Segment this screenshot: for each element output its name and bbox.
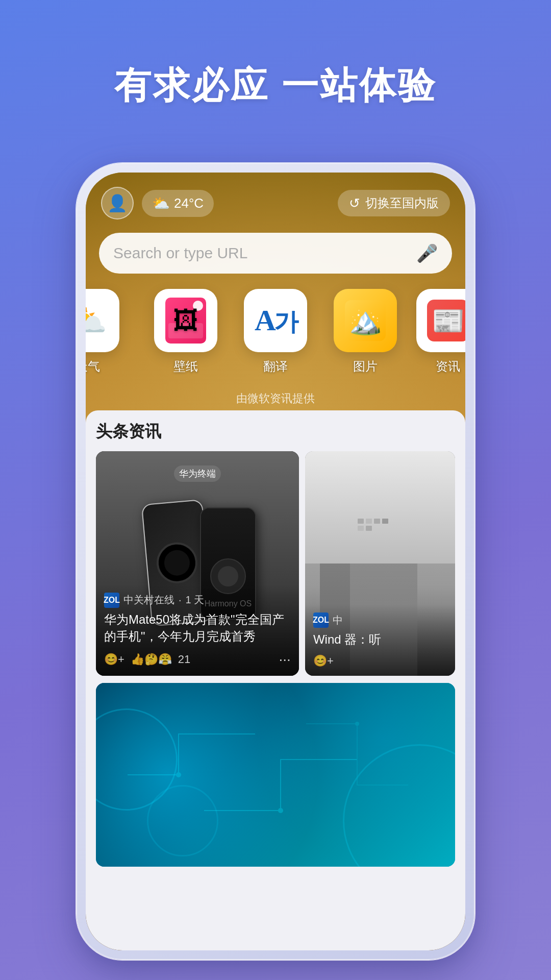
react-add-icon[interactable]: 😊+ bbox=[104, 653, 124, 666]
app-item-image[interactable]: 🏔️ 图片 bbox=[328, 289, 403, 375]
reaction-count: 21 bbox=[178, 653, 190, 666]
news-card-2-actions: 😊+ bbox=[313, 654, 447, 668]
translate-app-label: 翻译 bbox=[263, 358, 288, 375]
weather-app-icon: ⛅ bbox=[86, 289, 119, 352]
phone-wrapper: 👤 ⛅ 24°C ↺ 切换至国内版 Search or type URL bbox=[77, 163, 474, 960]
source-logo-2: ZOL bbox=[313, 612, 329, 628]
news-app-label: 资讯 bbox=[436, 358, 460, 375]
weather-app-label: 天气 bbox=[86, 358, 100, 375]
svg-point-2 bbox=[355, 722, 359, 726]
app-item-weather[interactable]: ⛅ 天气 bbox=[86, 289, 126, 375]
weather-pill[interactable]: ⛅ 24°C bbox=[142, 190, 214, 217]
news-card-1-actions: 😊+ 👍🤔😤 21 ··· bbox=[104, 651, 291, 668]
news-card-1-overlay: ZOL 中关村在线 · 1 天 华为Mate50将成为首款"完全国产的手机"，今… bbox=[96, 584, 299, 676]
search-bar[interactable]: Search or type URL 🎤 bbox=[99, 233, 452, 274]
news-header: 头条资讯 bbox=[96, 421, 455, 443]
weather-temp: 24°C bbox=[174, 195, 204, 211]
svg-point-0 bbox=[176, 772, 181, 777]
news-card-2-title: Wind 器：听 bbox=[313, 631, 447, 648]
translate-app-icon: A가 bbox=[244, 289, 307, 352]
news-card-1[interactable]: Harmony OS 华为终端 bbox=[96, 451, 299, 676]
top-bar: 👤 ⛅ 24°C ↺ 切换至国内版 bbox=[86, 173, 465, 228]
search-bar-wrap: Search or type URL 🎤 bbox=[86, 228, 465, 284]
app-item-translate[interactable]: A가 翻译 bbox=[238, 289, 313, 375]
more-options-icon[interactable]: ··· bbox=[279, 651, 291, 668]
hero-title: 有求必应 一站体验 bbox=[0, 0, 551, 110]
reaction-emojis: 👍🤔😤 bbox=[131, 653, 172, 666]
svg-point-1 bbox=[278, 808, 283, 813]
react-add-icon-2[interactable]: 😊+ bbox=[313, 654, 334, 668]
app-item-wallpaper[interactable]: 🖼 壁纸 bbox=[148, 289, 223, 375]
news-app-icon: 📰 bbox=[416, 289, 465, 352]
source-logo-1: ZOL bbox=[104, 593, 119, 608]
news-cards-row: Harmony OS 华为终端 bbox=[96, 451, 455, 676]
news-card-1-title: 华为Mate50将成为首款"完全国产的手机"，今年九月完成首秀 bbox=[104, 611, 291, 645]
app-item-news[interactable]: 📰 资讯 bbox=[410, 289, 465, 375]
news-section: 头条资讯 bbox=[86, 410, 465, 950]
search-placeholder-text: Search or type URL bbox=[113, 244, 408, 262]
news-card-1-source: ZOL 中关村在线 · 1 天 bbox=[104, 593, 291, 608]
mic-icon[interactable]: 🎤 bbox=[416, 243, 438, 263]
wallpaper-app-icon: 🖼 bbox=[154, 289, 217, 352]
attribution-text: 由微软资讯提供 bbox=[86, 386, 465, 406]
news-card-2-overlay: ZOL 中 Wind 器：听 😊+ bbox=[305, 604, 455, 676]
news-card-2[interactable]: ZOL 中 Wind 器：听 😊+ bbox=[305, 451, 455, 676]
switch-region-button[interactable]: ↺ 切换至国内版 bbox=[338, 190, 450, 216]
news-row-2[interactable] bbox=[96, 683, 455, 867]
phone-frame: 👤 ⛅ 24°C ↺ 切换至国内版 Search or type URL bbox=[77, 163, 474, 960]
image-app-label: 图片 bbox=[353, 358, 378, 375]
weather-cloud-icon: ⛅ bbox=[152, 195, 170, 212]
switch-icon: ↺ bbox=[349, 195, 360, 211]
image-app-icon: 🏔️ bbox=[334, 289, 397, 352]
avatar-button[interactable]: 👤 bbox=[101, 187, 134, 219]
user-icon: 👤 bbox=[107, 193, 128, 213]
switch-label: 切换至国内版 bbox=[365, 195, 439, 211]
screen-content: 👤 ⛅ 24°C ↺ 切换至国内版 Search or type URL bbox=[86, 173, 465, 950]
wallpaper-app-label: 壁纸 bbox=[173, 358, 198, 375]
phone-screen: 👤 ⛅ 24°C ↺ 切换至国内版 Search or type URL bbox=[86, 173, 465, 950]
news-card-2-source: ZOL 中 bbox=[313, 612, 447, 628]
